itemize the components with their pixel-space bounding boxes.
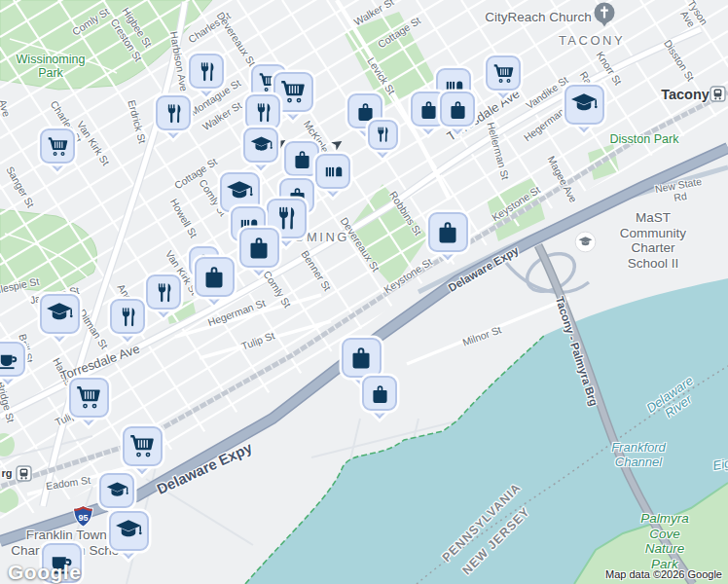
school-icon [105, 479, 129, 503]
grocery-cart-pin[interactable] [69, 378, 109, 418]
shopping-bag-pin[interactable] [342, 338, 382, 378]
bag-icon [368, 382, 392, 406]
cafe-pin[interactable] [0, 342, 25, 377]
shopping-bag-pin[interactable] [440, 91, 475, 127]
bag-icon [446, 97, 470, 122]
school-pin[interactable] [40, 294, 80, 334]
school-icon [249, 133, 273, 158]
restaurant-pin[interactable] [368, 120, 398, 150]
restaurant-pin[interactable] [156, 95, 191, 130]
restaurant-icon [152, 280, 176, 305]
retail-store-pin[interactable] [315, 154, 350, 189]
restaurant-pin[interactable] [245, 94, 280, 129]
shopping-bag-pin[interactable] [428, 212, 468, 252]
bag-icon [200, 262, 229, 291]
school-pin[interactable] [109, 511, 149, 551]
map-canvas[interactable]: Comly StHigbee StCreston StCharles StDev… [0, 0, 728, 584]
school-icon [114, 516, 143, 545]
school-icon [225, 177, 254, 206]
grocery-icon [127, 431, 157, 460]
grocery-icon [491, 61, 516, 86]
grocery-cart-pin[interactable] [486, 55, 521, 91]
restaurant-pin[interactable] [146, 274, 181, 310]
restaurant-pin[interactable] [189, 54, 224, 89]
restaurant-icon [116, 305, 140, 329]
bag-icon [346, 343, 376, 372]
bag-icon [290, 147, 314, 171]
school-icon [45, 299, 74, 328]
bag-icon [244, 233, 273, 262]
retail-icon [321, 160, 346, 184]
restaurant-pin[interactable] [110, 299, 145, 334]
school-pin[interactable] [564, 85, 604, 125]
restaurant-icon [162, 101, 186, 126]
grocery-icon [46, 134, 70, 159]
shopping-bag-pin[interactable] [239, 228, 279, 268]
restaurant-icon [251, 100, 275, 125]
poi-markers [0, 0, 728, 584]
grocery-cart-pin[interactable] [40, 128, 75, 164]
map-attribution: Map data ©2026 Google [605, 568, 722, 580]
school-pin[interactable] [99, 473, 134, 508]
grocery-icon [278, 77, 308, 106]
cafe-icon [0, 347, 20, 372]
school-pin[interactable] [243, 128, 278, 163]
restaurant-icon [195, 59, 219, 84]
shopping-bag-pin[interactable] [362, 376, 397, 411]
school-icon [569, 90, 599, 119]
bag-icon [417, 97, 441, 122]
shopping-bag-pin[interactable] [284, 141, 319, 176]
grocery-icon [74, 383, 103, 412]
restaurant-icon [373, 125, 392, 144]
google-logo[interactable]: Google [8, 561, 81, 584]
grocery-cart-pin[interactable] [123, 426, 163, 466]
shopping-bag-pin[interactable] [195, 257, 235, 297]
bag-icon [433, 217, 462, 246]
